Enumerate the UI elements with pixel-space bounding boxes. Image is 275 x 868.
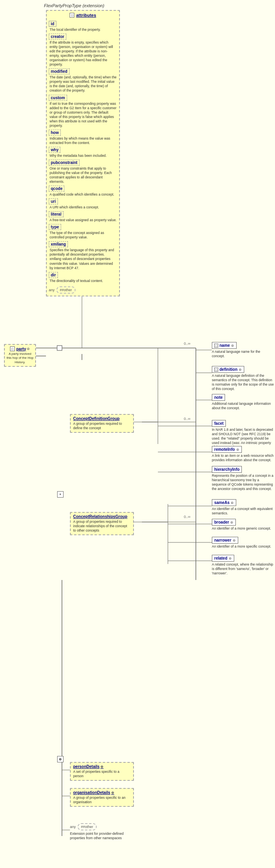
- party-box-icon: □: [10, 346, 15, 351]
- svg-rect-5: [57, 346, 62, 350]
- svg-text:+: +: [58, 346, 60, 350]
- any-other-bottom-desc: Extension point for provider-defined pro…: [70, 832, 134, 840]
- broader-icon: ⊕: [230, 520, 233, 524]
- any-other-badge: ##other: [56, 286, 76, 294]
- name-expand-icon: ⊕: [231, 344, 234, 348]
- party-label: party: [16, 347, 26, 351]
- left-connector-box: +: [57, 491, 64, 498]
- attr-id: id The local identifier of the property.: [49, 21, 117, 32]
- hierarchyinfo-label: hierarchyInfo: [214, 467, 239, 472]
- attr-why-desc: Why the metadata has been included.: [49, 154, 117, 158]
- narrower-icon: ⊕: [233, 538, 236, 542]
- remoteinfo-icon: ⊕: [236, 448, 239, 452]
- attr-id-name: id: [49, 21, 56, 27]
- attr-how-name: how: [49, 130, 61, 136]
- attr-xmllang: xmllang Specifies the language of this p…: [49, 241, 117, 270]
- person-details-box: personDetails ⊕ A set of properties spec…: [70, 762, 134, 781]
- any-other-bottom-wrapper: any ##other Extension point for provider…: [70, 823, 134, 840]
- any-other-wrapper: any ##other: [49, 286, 117, 294]
- facet-element: facet In NAR 1.8 and later, facet is dep…: [212, 420, 274, 450]
- attr-type: type The type of the concept assigned as…: [49, 224, 117, 240]
- concept-rel-desc: A group of properties required to indica…: [73, 520, 131, 533]
- organisation-details-desc: A group of properties specific to an org…: [73, 796, 131, 804]
- attr-literal: literal A free-text value assigned as pr…: [49, 211, 117, 222]
- attr-modified-desc: The date (and, optionally, the time) whe…: [49, 75, 117, 93]
- hierarchyinfo-element: hierarchyInfo Represents the position of…: [212, 466, 274, 491]
- person-details-label: personDetails ⊕: [73, 764, 131, 769]
- svg-text:0..∞: 0..∞: [184, 417, 190, 421]
- bottom-connector-box: ⊕: [57, 756, 64, 762]
- broader-desc: An identifier of a more generic concept.: [212, 526, 271, 531]
- person-details-desc: A set of properties specific to a person: [73, 770, 131, 778]
- concept-def-desc: A group of properties required to define…: [73, 422, 131, 430]
- name-element: □ name ⊕ A natural language name for the…: [212, 342, 274, 358]
- attr-literal-name: literal: [49, 211, 64, 217]
- remoteinfo-label: remoteInfo: [214, 447, 235, 452]
- attr-modified: modified The date (and, optionally, the …: [49, 68, 117, 93]
- related-element: related ⊕ A related concept, where the r…: [212, 555, 274, 576]
- attr-uri-name: uri: [49, 198, 58, 204]
- concept-def-label: ConceptDefinitionGroup: [73, 416, 131, 421]
- name-desc: A natural language name for the concept.: [212, 350, 274, 358]
- attr-qcode-desc: A qualified code which identifies a conc…: [49, 192, 117, 197]
- attr-how: how Indicates by which means the value w…: [49, 130, 117, 145]
- attr-custom-desc: If set to true the corresponding propert…: [49, 102, 117, 128]
- svg-text:0..∞: 0..∞: [184, 342, 190, 346]
- definition-element: □ definition ⊕ A natural language defini…: [212, 366, 274, 391]
- page-title: FlexPartyPropType (extension): [44, 3, 104, 8]
- attributes-label: attributes: [76, 13, 96, 18]
- attributes-box: □ attributes id The local identifier of …: [46, 10, 120, 296]
- hierarchyinfo-desc: Represents the position of a concept in …: [212, 474, 274, 491]
- broader-label: broader: [214, 520, 229, 524]
- attr-how-desc: Indicates by which means the value was e…: [49, 136, 117, 145]
- attr-literal-desc: A free-text value assigned as property v…: [49, 218, 117, 222]
- name-box-icon: □: [214, 344, 218, 348]
- sameas-desc: An identifier of a concept with equivale…: [212, 507, 274, 516]
- sameas-element: sameAs ⊕ An identifier of a concept with…: [212, 499, 274, 516]
- attr-uri-desc: A URI which identifies a concept.: [49, 205, 117, 210]
- remoteinfo-element: remoteInfo ⊕ A link to an item or a web …: [212, 446, 274, 462]
- svg-text:0..∞: 0..∞: [184, 515, 190, 519]
- organisation-details-box: organisationDetails ⊕ A group of propert…: [70, 788, 134, 807]
- definition-label: definition: [219, 367, 237, 372]
- sameas-icon: ⊕: [231, 501, 234, 505]
- any-other-bottom-badge: ##other: [78, 823, 97, 830]
- attr-why: why Why the metadata has been included.: [49, 147, 117, 158]
- remoteinfo-desc: A link to an item or a web resource whic…: [212, 454, 274, 462]
- organisation-details-label: organisationDetails ⊕: [73, 790, 131, 795]
- diagram-container: +: [0, 0, 275, 868]
- attr-pubconstraint-desc: One or many constraints that apply to pu…: [49, 166, 117, 184]
- sameas-label: sameAs: [214, 500, 229, 505]
- narrower-desc: An identifier of a more specific concept…: [212, 544, 271, 549]
- narrower-element: narrower ⊕ An identifier of a more speci…: [212, 537, 271, 549]
- attr-xmllang-desc: Specifies the language of this property …: [49, 248, 117, 270]
- attr-why-name: why: [49, 147, 60, 153]
- any-bottom-label: any: [70, 825, 76, 829]
- concept-rel-group-box: ConceptRelationshipsGroup A group of pro…: [70, 512, 134, 535]
- attr-id-desc: The local identifier of the property.: [49, 28, 117, 32]
- facet-label: facet: [214, 421, 223, 426]
- attr-creator-desc: If the attribute is empty, specifies whi…: [49, 40, 117, 67]
- attr-qcode: qcode A qualified code which identifies …: [49, 186, 117, 197]
- attr-dir-desc: The directionality of textual content.: [49, 279, 117, 283]
- concept-def-group-box: ConceptDefinitionGroup A group of proper…: [70, 414, 134, 433]
- any-label: any: [49, 288, 55, 292]
- attr-uri: uri A URI which identifies a concept.: [49, 198, 117, 210]
- attr-pubconstraint: pubconstraint One or many constraints th…: [49, 160, 117, 184]
- attr-dir: dir The directionality of textual conten…: [49, 272, 117, 283]
- party-connector-icon: ⊕: [27, 347, 30, 351]
- attr-qcode-name: qcode: [49, 186, 64, 192]
- attr-custom: custom If set to true the corresponding …: [49, 95, 117, 128]
- svg-rect-29: [57, 346, 62, 350]
- note-label: note: [214, 395, 223, 400]
- attr-modified-name: modified: [49, 68, 70, 74]
- party-desc: A party involved this hop of the Hop His…: [6, 352, 34, 364]
- attr-type-name: type: [49, 224, 61, 230]
- party-box: □ party ⊕ A party involved this hop of t…: [4, 344, 36, 367]
- attr-creator: creator If the attribute is empty, speci…: [49, 34, 117, 67]
- name-label: name: [219, 343, 230, 348]
- attr-creator-name: creator: [49, 34, 66, 40]
- note-element: note Additional natural language informa…: [212, 394, 274, 410]
- definition-expand-icon: ⊕: [239, 368, 242, 372]
- related-icon: ⊕: [229, 556, 232, 560]
